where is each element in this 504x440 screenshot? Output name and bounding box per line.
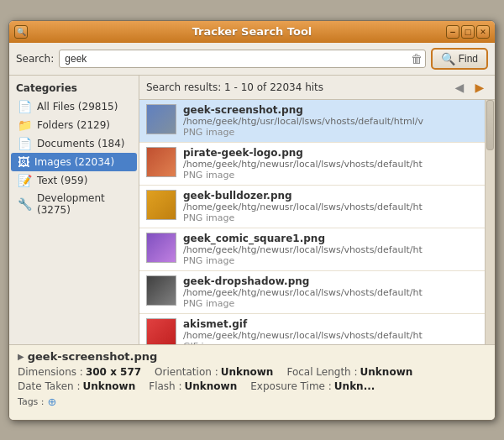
flash-value: Unknown — [185, 380, 238, 392]
detail-date-taken: Date Taken : Unknown — [18, 380, 135, 392]
minimize-button[interactable]: − — [446, 25, 459, 39]
sidebar-item-images[interactable]: 🖼 Images (22034) — [11, 153, 137, 171]
result-name: geek-dropshadow.png — [183, 275, 478, 287]
close-button[interactable]: ✕ — [476, 25, 490, 39]
search-input-wrap: 🗑 — [59, 50, 425, 68]
maximize-button[interactable]: □ — [461, 25, 475, 39]
result-item[interactable]: geek-dropshadow.png /home/geek/htg/newus… — [139, 271, 485, 314]
sidebar-label-all-files: All Files (29815) — [37, 101, 118, 113]
detail-dimensions: Dimensions : 300 x 577 — [18, 366, 141, 378]
documents-icon: 📄 — [18, 137, 32, 150]
result-thumbnail — [146, 233, 176, 263]
detail-tags: Tags : ⊕ — [18, 395, 486, 408]
find-icon: 🔍 — [441, 52, 455, 65]
result-type: PNG image — [183, 298, 478, 309]
sidebar-label-images: Images (22034) — [34, 156, 114, 168]
text-icon: 📝 — [18, 174, 32, 187]
exposure-label: Exposure Time : — [250, 380, 332, 392]
result-item[interactable]: akismet.gif /home/geek/htg/newusr/local/… — [139, 314, 485, 344]
result-info: pirate-geek-logo.png /home/geek/htg/newu… — [183, 147, 478, 181]
result-type: PNG image — [183, 212, 478, 223]
date-taken-value: Unknown — [83, 380, 136, 392]
window-title: Tracker Search Tool — [192, 25, 312, 38]
window-icon: 🔍 — [14, 25, 28, 39]
result-type: GIF image — [183, 341, 478, 344]
result-info: geek-screenshot.png /home/geek/htg/usr/l… — [183, 104, 478, 138]
orientation-label: Orientation : — [155, 366, 218, 378]
sidebar-item-documents[interactable]: 📄 Documents (184) — [11, 134, 137, 153]
sidebar-item-all-files[interactable]: 📄 All Files (29815) — [11, 97, 137, 116]
results-list: geek-screenshot.png /home/geek/htg/usr/l… — [139, 100, 485, 344]
detail-filename-text: geek-screenshot.png — [28, 350, 158, 363]
search-bar: Search: 🗑 🔍 Find — [9, 43, 495, 76]
main-window: 🔍 Tracker Search Tool − □ ✕ Search: 🗑 🔍 … — [8, 20, 496, 421]
result-name: pirate-geek-logo.png — [183, 147, 478, 159]
detail-orientation: Orientation : Unknown — [155, 366, 273, 378]
sidebar-label-development: Development (3275) — [37, 192, 130, 216]
window-button-left: 🔍 — [14, 25, 28, 39]
result-info: geek_comic_square1.png /home/geek/htg/ne… — [183, 233, 478, 266]
date-taken-label: Date Taken : — [18, 380, 81, 392]
dimensions-value: 300 x 577 — [86, 366, 141, 378]
result-name: geek-screenshot.png — [183, 104, 478, 116]
result-info: geek-dropshadow.png /home/geek/htg/newus… — [183, 275, 478, 309]
detail-filename: geek-screenshot.png — [18, 350, 486, 363]
result-item[interactable]: geek-screenshot.png /home/geek/htg/usr/l… — [139, 100, 485, 143]
detail-flash: Flash : Unknown — [149, 380, 237, 392]
focal-length-value: Unknown — [360, 366, 413, 378]
result-item[interactable]: pirate-geek-logo.png /home/geek/htg/newu… — [139, 143, 485, 186]
tags-label: Tags : — [18, 396, 45, 407]
results-scroll-area: geek-screenshot.png /home/geek/htg/usr/l… — [139, 100, 495, 344]
result-thumbnail — [146, 104, 176, 134]
sidebar-item-folders[interactable]: 📁 Folders (2129) — [11, 116, 137, 134]
detail-exposure: Exposure Time : Unkn... — [250, 380, 375, 392]
scrollbar-thumb[interactable] — [486, 100, 494, 150]
sidebar-label-text: Text (959) — [37, 175, 87, 186]
main-area: Categories 📄 All Files (29815) 📁 Folders… — [9, 76, 495, 344]
titlebar: 🔍 Tracker Search Tool − □ ✕ — [9, 21, 495, 43]
sidebar-item-text[interactable]: 📝 Text (959) — [11, 171, 137, 190]
find-button[interactable]: 🔍 Find — [431, 48, 488, 70]
flash-label: Flash : — [149, 380, 181, 392]
prev-arrow[interactable]: ◀ — [451, 79, 468, 96]
focal-length-label: Focal Length : — [286, 366, 357, 378]
results-area: Search results: 1 - 10 of 22034 hits ◀ ▶… — [139, 76, 495, 344]
all-files-icon: 📄 — [18, 100, 32, 113]
sidebar-label-folders: Folders (2129) — [37, 119, 110, 131]
detail-panel: geek-screenshot.png Dimensions : 300 x 5… — [9, 344, 495, 420]
sidebar-item-development[interactable]: 🔧 Development (3275) — [11, 190, 137, 218]
result-thumbnail — [146, 190, 176, 220]
results-count: Search results: 1 - 10 of 22034 hits — [146, 81, 323, 93]
folders-icon: 📁 — [18, 118, 32, 132]
result-type: PNG image — [183, 170, 478, 181]
results-header: Search results: 1 - 10 of 22034 hits ◀ ▶ — [139, 76, 495, 100]
sidebar: Categories 📄 All Files (29815) 📁 Folders… — [9, 76, 139, 344]
next-arrow[interactable]: ▶ — [471, 79, 488, 96]
result-name: geek_comic_square1.png — [183, 233, 478, 244]
result-info: geek-bulldozer.png /home/geek/htg/newusr… — [183, 190, 478, 223]
result-path: /home/geek/htg/newusr/local/lsws/vhosts/… — [183, 202, 478, 212]
result-path: /home/geek/htg/newusr/local/lsws/vhosts/… — [183, 330, 478, 341]
add-tag-icon[interactable]: ⊕ — [48, 395, 57, 408]
find-button-label: Find — [459, 53, 478, 65]
result-thumbnail — [146, 275, 176, 306]
exposure-value: Unkn... — [334, 380, 375, 392]
result-name: akismet.gif — [183, 318, 478, 330]
dimensions-label: Dimensions : — [18, 366, 83, 378]
result-item[interactable]: geek-bulldozer.png /home/geek/htg/newusr… — [139, 186, 485, 228]
clear-icon[interactable]: 🗑 — [411, 52, 423, 65]
result-item[interactable]: geek_comic_square1.png /home/geek/htg/ne… — [139, 228, 485, 271]
images-icon: 🖼 — [18, 155, 29, 169]
sidebar-header: Categories — [9, 81, 139, 97]
result-path: /home/geek/htg/newusr/local/lsws/vhosts/… — [183, 244, 478, 255]
result-info: akismet.gif /home/geek/htg/newusr/local/… — [183, 318, 478, 344]
result-path: /home/geek/htg/newusr/local/lsws/vhosts/… — [183, 159, 478, 170]
window-controls: − □ ✕ — [446, 25, 490, 39]
search-input[interactable] — [59, 50, 425, 68]
detail-focal-length: Focal Length : Unknown — [286, 366, 412, 378]
sidebar-label-documents: Documents (184) — [37, 138, 125, 149]
result-path: /home/geek/htg/usr/local/lsws/vhosts/def… — [183, 116, 478, 127]
scrollbar[interactable] — [485, 100, 495, 344]
search-label: Search: — [16, 53, 54, 65]
orientation-value: Unknown — [221, 366, 274, 378]
